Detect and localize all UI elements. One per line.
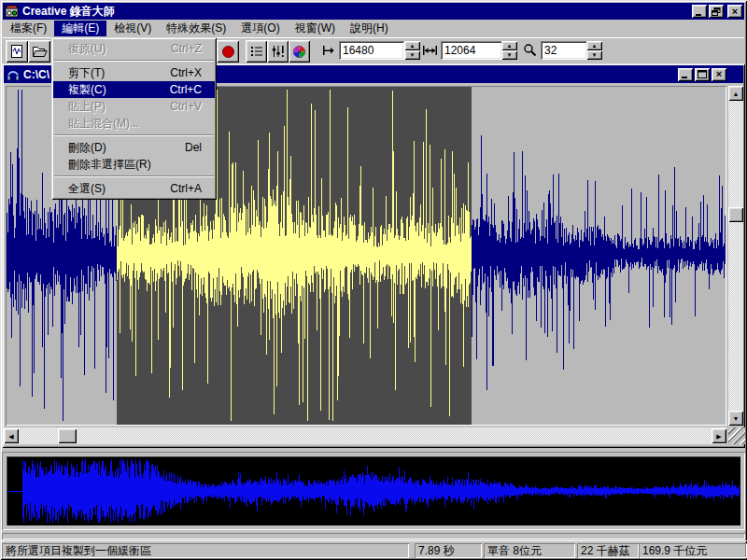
playlist-button[interactable] bbox=[246, 40, 267, 63]
menu-separator bbox=[54, 60, 214, 62]
vertical-scrollbar[interactable]: ▲ ▼ bbox=[728, 86, 743, 426]
position-strip bbox=[2, 533, 745, 539]
overview-panel bbox=[2, 452, 745, 530]
menu-item-delete[interactable]: 刪除(D)Del bbox=[53, 139, 215, 156]
restore-button[interactable] bbox=[709, 5, 724, 18]
selection-length-icon bbox=[422, 43, 438, 58]
record-button[interactable] bbox=[217, 40, 239, 63]
minimize-icon bbox=[695, 7, 704, 16]
doc-maximize-button[interactable] bbox=[695, 68, 710, 81]
menu-item-undo[interactable]: 復原(U)Ctrl+Z bbox=[53, 40, 215, 57]
cursor-position-icon bbox=[321, 43, 336, 58]
menu-item-copy[interactable]: 複製(C)Ctrl+C bbox=[53, 81, 215, 98]
app-icon bbox=[5, 4, 20, 19]
status-duration: 7.89 秒 bbox=[415, 543, 482, 558]
record-icon bbox=[222, 46, 234, 58]
new-file-icon bbox=[9, 44, 24, 59]
maximize-icon bbox=[698, 70, 707, 78]
window-title: Creative 錄音大師 bbox=[22, 4, 115, 20]
menu-item-cut[interactable]: 剪下(T)Ctrl+X bbox=[53, 64, 215, 81]
spin-up-button[interactable]: ▲ bbox=[586, 41, 602, 50]
menu-separator bbox=[54, 175, 214, 177]
menu-view[interactable]: 檢視(V) bbox=[106, 21, 159, 36]
menu-item-paste[interactable]: 貼上(P)Ctrl+V bbox=[53, 98, 215, 115]
playlist-icon bbox=[250, 45, 263, 58]
scroll-down-button[interactable]: ▼ bbox=[728, 411, 743, 426]
status-bar: 將所選項目複製到一個緩衝區 7.89 秒 單音 8位元 22 千赫茲 169.9… bbox=[0, 540, 747, 560]
status-format: 單音 8位元 bbox=[484, 543, 575, 558]
zoom-level-field[interactable] bbox=[541, 41, 587, 60]
menu-edit[interactable]: 編輯(E) bbox=[54, 21, 106, 36]
minimize-icon bbox=[681, 70, 690, 78]
overview-waveform-canvas[interactable] bbox=[7, 457, 740, 525]
zoom-icon bbox=[523, 43, 538, 58]
spin-down-button[interactable]: ▼ bbox=[586, 50, 602, 60]
vertical-scroll-thumb[interactable] bbox=[728, 207, 743, 222]
scroll-up-button[interactable]: ▲ bbox=[728, 86, 743, 101]
doc-minimize-button[interactable] bbox=[678, 68, 693, 81]
menu-item-paste-mix[interactable]: 貼上混合(M)... bbox=[53, 115, 215, 132]
overview-display bbox=[7, 456, 740, 525]
doc-close-button[interactable]: × bbox=[712, 68, 726, 81]
zoom-level-spinner: ▲ ▼ bbox=[586, 41, 602, 60]
menu-item-select-all[interactable]: 全選(S)Ctrl+A bbox=[53, 180, 215, 197]
spin-down-button[interactable]: ▼ bbox=[404, 50, 420, 60]
scroll-right-button[interactable]: ▶ bbox=[712, 428, 726, 443]
spin-up-button[interactable]: ▲ bbox=[501, 41, 517, 50]
cursor-position-spinner: ▲ ▼ bbox=[404, 41, 420, 60]
menubar: 檔案(F) 編輯(E) 檢視(V) 特殊效果(S) 選項(O) 視窗(W) 說明… bbox=[3, 21, 744, 36]
close-button[interactable]: × bbox=[727, 5, 742, 18]
selection-length-spinner: ▲ ▼ bbox=[501, 41, 517, 60]
spin-up-button[interactable]: ▲ bbox=[404, 41, 420, 50]
status-bitrate: 169.9 千位元 bbox=[639, 543, 747, 558]
scroll-left-button[interactable]: ◀ bbox=[4, 428, 19, 443]
horizontal-scroll-thumb[interactable] bbox=[58, 428, 77, 443]
menu-separator bbox=[54, 134, 214, 136]
headphones-icon bbox=[6, 67, 21, 82]
mixer-button[interactable] bbox=[267, 40, 289, 63]
horizontal-scrollbar[interactable]: ◀ ▶ bbox=[4, 427, 726, 444]
menu-help[interactable]: 說明(H) bbox=[343, 21, 396, 36]
menu-item-trim[interactable]: 刪除非選擇區(R) bbox=[53, 156, 215, 173]
mixer-icon bbox=[272, 45, 285, 58]
menu-window[interactable]: 視窗(W) bbox=[288, 21, 343, 36]
status-sample-rate: 22 千赫茲 bbox=[577, 543, 639, 558]
color-disc-icon bbox=[292, 45, 306, 59]
open-folder-icon bbox=[32, 44, 48, 59]
main-titlebar[interactable]: Creative 錄音大師 × bbox=[3, 3, 744, 20]
selection-length-field[interactable] bbox=[441, 41, 502, 60]
new-file-button[interactable] bbox=[6, 40, 28, 63]
menu-options[interactable]: 選項(O) bbox=[233, 21, 287, 36]
restore-icon bbox=[712, 7, 721, 16]
edit-menu-dropdown: 復原(U)Ctrl+Z 剪下(T)Ctrl+X 複製(C)Ctrl+C 貼上(P… bbox=[51, 37, 217, 200]
spin-down-button[interactable]: ▼ bbox=[501, 50, 517, 60]
application-window: Creative 錄音大師 × 檔案(F) 編輯(E) 檢視(V) 特殊效果(S… bbox=[0, 0, 747, 560]
cursor-position-field[interactable] bbox=[339, 41, 404, 60]
menu-effects[interactable]: 特殊效果(S) bbox=[159, 21, 233, 36]
minimize-button[interactable] bbox=[692, 5, 707, 18]
menu-file[interactable]: 檔案(F) bbox=[3, 21, 54, 36]
document-title: C:\C\ bbox=[23, 68, 49, 81]
resize-grip[interactable] bbox=[728, 427, 745, 444]
color-disc-button[interactable] bbox=[289, 40, 310, 63]
status-message: 將所選項目複製到一個緩衝區 bbox=[2, 543, 409, 558]
open-file-button[interactable] bbox=[28, 40, 50, 63]
